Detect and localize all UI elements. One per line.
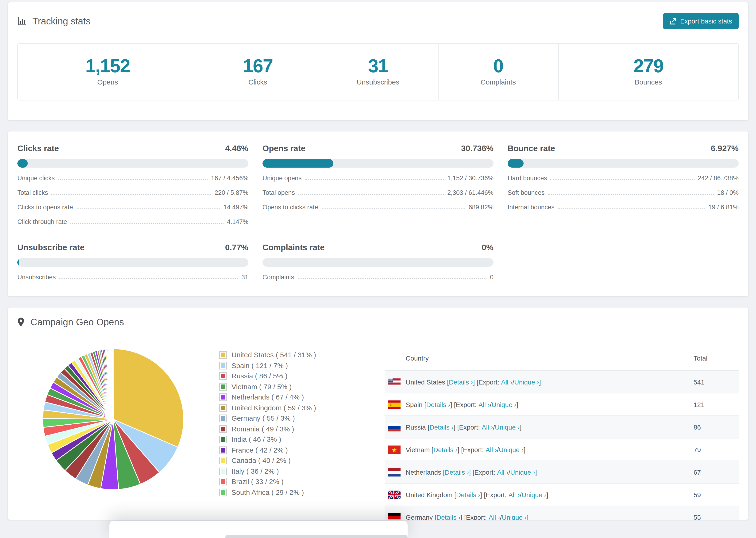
slash: /	[493, 423, 495, 431]
rate-title: Opens rate	[262, 144, 305, 153]
stat-label: Bounces	[635, 78, 662, 86]
details-link[interactable]: Details ›	[456, 491, 480, 498]
export-unique-link[interactable]: Unique ›	[492, 401, 516, 408]
export-all-link[interactable]: All ›	[482, 423, 493, 431]
table-row-russia: Russia [Details ›] [Export: All › / Uniq…	[385, 415, 739, 438]
details-link[interactable]: Details ›	[433, 446, 458, 453]
dashboard-page: Tracking stats Export basic stats 1,152O…	[0, 2, 756, 538]
flag-icon-de	[388, 513, 401, 520]
slash: /	[520, 491, 522, 498]
rate-head: Clicks rate4.46%	[17, 144, 248, 153]
export-unique-link[interactable]: Unique ›	[502, 513, 527, 520]
rate-detail-label: Soft bounces	[508, 189, 545, 196]
bracket: ]	[527, 513, 528, 520]
progress-bar-track	[17, 159, 248, 168]
legend-swatch	[219, 414, 227, 422]
legend-swatch	[219, 404, 227, 411]
geo-legend: United States ( 541 / 31% )Spain ( 121 /…	[219, 351, 385, 520]
country-cell: Vietnam [Details ›] [Export: All › / Uni…	[385, 445, 693, 454]
legend-item-south-africa: South Africa ( 29 / 2% )	[219, 488, 385, 496]
total-cell: 541	[693, 378, 739, 386]
geo-card-header: Campaign Geo Opens	[8, 307, 748, 337]
progress-bar-track	[508, 159, 739, 168]
table-row-vietnam: Vietnam [Details ›] [Export: All › / Uni…	[385, 438, 739, 460]
table-row-germany: Germany [Details ›] [Export: All › / Uni…	[385, 506, 739, 520]
progress-bar-fill	[262, 159, 333, 168]
export-all-link[interactable]: All ›	[508, 491, 519, 498]
progress-bar-track	[262, 258, 494, 267]
rate-head: Opens rate30.736%	[262, 144, 494, 153]
export-button-label: Export basic stats	[680, 17, 732, 25]
stat-label: Unsubscribes	[357, 78, 399, 86]
details-link[interactable]: Details ›	[449, 378, 473, 386]
summary-stats-row: 1,152Opens167Clicks31Unsubscribes0Compla…	[17, 43, 739, 100]
rate-title: Bounce rate	[508, 144, 555, 153]
details-link[interactable]: Details ›	[429, 423, 454, 431]
legend-label: Canada ( 40 / 2% )	[232, 457, 291, 464]
export-unique-link[interactable]: Unique ›	[499, 446, 523, 453]
dotted-leader	[321, 208, 465, 209]
details-link[interactable]: Details ›	[445, 468, 469, 476]
progress-bar-fill	[17, 159, 28, 168]
rate-panel-clicks-rate: Clicks rate4.46%Unique clicks167 / 4.456…	[17, 144, 248, 226]
rate-detail-label: Total clicks	[17, 189, 48, 196]
rate-detail-value: 220 / 5.87%	[215, 189, 248, 196]
rate-percentage: 4.46%	[225, 144, 248, 153]
country-cell: Germany [Details ›] [Export: All › / Uni…	[385, 513, 693, 520]
bracket: ]	[546, 491, 548, 498]
details-link[interactable]: Details ›	[426, 401, 450, 408]
rate-detail-row-opens-to-clicks-rate: Opens to clicks rate689.82%	[262, 204, 494, 211]
legend-label: France ( 42 / 2% )	[232, 447, 288, 453]
legend-label: Russia ( 86 / 5% )	[232, 373, 287, 379]
legend-swatch	[219, 394, 227, 401]
dotted-leader	[297, 278, 487, 279]
export-all-link[interactable]: All ›	[478, 401, 490, 408]
legend-label: Romania ( 49 / 3% )	[232, 426, 294, 432]
details-link[interactable]: Details ›	[436, 513, 460, 520]
export-unique-link[interactable]: Unique ›	[495, 423, 520, 431]
dotted-leader	[59, 278, 238, 279]
legend-swatch	[219, 478, 227, 485]
legend-label: Germany ( 55 / 3% )	[232, 415, 295, 422]
export-unique-link[interactable]: Unique ›	[510, 468, 535, 476]
rate-head: Bounce rate6.927%	[508, 144, 739, 153]
export-all-link[interactable]: All ›	[486, 446, 497, 453]
export-all-link[interactable]: All ›	[489, 513, 500, 520]
country-name: Netherlands	[406, 468, 443, 476]
bracket: ]	[516, 401, 518, 408]
export-unique-link[interactable]: Unique ›	[521, 491, 546, 498]
table-row-united-states: United States [Details ›] [Export: All ›…	[385, 370, 739, 393]
legend-swatch	[219, 383, 227, 390]
rate-detail-row-click-through-rate: Click through rate4.147%	[17, 218, 248, 226]
rate-detail-row-unsubscribes: Unsubscribes31	[17, 274, 248, 281]
legend-label: Vietnam ( 79 / 5% )	[232, 383, 292, 390]
flag-icon-us	[388, 378, 401, 386]
dotted-leader	[76, 208, 220, 209]
bottom-scroll-handle[interactable]	[225, 535, 407, 538]
slash: /	[500, 513, 502, 520]
stat-value: 1,152	[85, 56, 130, 76]
bracket: ] [Export:	[480, 491, 509, 498]
dotted-leader	[51, 194, 211, 195]
rate-head: Unsubscribe rate0.77%	[17, 243, 248, 252]
export-all-link[interactable]: All ›	[501, 378, 512, 386]
stat-value: 31	[368, 56, 388, 76]
export-basic-stats-button[interactable]: Export basic stats	[663, 13, 739, 29]
bracket: ] [Export:	[450, 401, 478, 408]
rate-detail-label: Clicks to opens rate	[17, 204, 73, 211]
stat-label: Opens	[97, 78, 118, 86]
rate-detail-value: 0	[490, 274, 494, 281]
bracket: ] [Export:	[473, 378, 501, 386]
rate-detail-row-soft-bounces: Soft bounces18 / 0%	[508, 189, 739, 197]
legend-item-united-kingdom: United Kingdom ( 59 / 3% )	[219, 404, 385, 411]
legend-label: Brazil ( 33 / 2% )	[232, 478, 284, 485]
rate-panel-unsubscribe-rate: Unsubscribe rate0.77%Unsubscribes31	[17, 243, 248, 281]
dotted-leader	[71, 223, 224, 224]
progress-bar-track	[17, 258, 248, 267]
rate-detail-value: 4.147%	[227, 218, 248, 225]
legend-item-romania: Romania ( 49 / 3% )	[219, 425, 385, 433]
rate-detail-value: 18 / 0%	[717, 189, 739, 196]
dotted-leader	[58, 179, 208, 180]
export-unique-link[interactable]: Unique ›	[514, 378, 539, 386]
export-all-link[interactable]: All ›	[497, 468, 508, 476]
